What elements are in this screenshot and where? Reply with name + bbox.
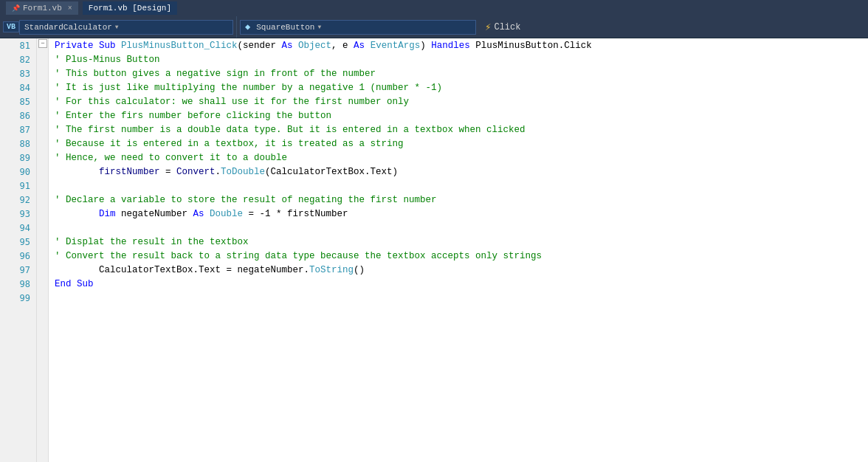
code-line: ' Declare a variable to store the result… xyxy=(49,193,868,207)
line-number: 86 xyxy=(0,108,36,123)
method-dropdown-arrow: ▼ xyxy=(317,24,321,30)
tab-form1-design[interactable]: Form1.vb [Design] xyxy=(83,1,177,15)
pin-icon: 📌 xyxy=(12,4,20,13)
tab-close-icon[interactable]: × xyxy=(68,4,72,13)
line-number: 83 xyxy=(0,66,36,80)
method-dropdown[interactable]: ◆ SquareButton ▼ xyxy=(240,20,476,35)
class-dropdown-arrow: ▼ xyxy=(115,24,119,30)
event-lightning-icon: ⚡ xyxy=(485,21,491,33)
toolbar-vb-section: VB StandardCalculator ▼ xyxy=(0,16,237,38)
line-number: 90 xyxy=(0,165,36,179)
code-line: ' The first number is a double data type… xyxy=(49,123,868,137)
code-line xyxy=(49,179,868,193)
line-number: 84 xyxy=(0,80,36,94)
method-dropdown-value: SquareButton xyxy=(256,23,314,32)
code-line: firstNumber = Convert.ToDouble(Calculato… xyxy=(49,165,868,179)
line-number: 95 xyxy=(0,235,36,249)
line-numbers: 81828384858687888990919293949596979899 xyxy=(0,38,37,462)
line-number: 93 xyxy=(0,207,36,221)
line-number: 92 xyxy=(0,193,36,207)
toolbar-method-section: ◆ SquareButton ▼ xyxy=(237,16,479,38)
collapse-gutter: − xyxy=(37,38,49,462)
code-line: ' Convert the result back to a string da… xyxy=(49,249,868,263)
line-number: 98 xyxy=(0,277,36,291)
line-number: 82 xyxy=(0,52,36,66)
vb-icon-label: VB xyxy=(3,21,19,32)
code-line xyxy=(49,221,868,235)
code-line: End Sub xyxy=(49,277,868,291)
line-number: 85 xyxy=(0,94,36,108)
code-line xyxy=(49,291,868,305)
class-dropdown[interactable]: StandardCalculator ▼ xyxy=(19,20,233,35)
line-number: 94 xyxy=(0,221,36,235)
method-icon: ◆ xyxy=(245,21,250,32)
line-number: 99 xyxy=(0,291,36,305)
code-line: ' This button gives a negative sign in f… xyxy=(49,66,868,80)
tab-label: Form1.vb xyxy=(23,4,62,13)
code-line: ' Hence, we need to convert it to a doub… xyxy=(49,151,868,165)
event-label: Click xyxy=(494,22,520,32)
tab-form1-vb[interactable]: 📌 Form1.vb × xyxy=(6,1,78,15)
code-line: ' Plus-Minus Button xyxy=(49,52,868,66)
code-area: 81828384858687888990919293949596979899 −… xyxy=(0,38,868,462)
line-number: 81 xyxy=(0,38,36,52)
code-line: ' It is just like multiplying the number… xyxy=(49,80,868,94)
toolbar-event-section: ⚡ Click xyxy=(479,21,526,33)
toolbar: VB StandardCalculator ▼ ◆ SquareButton ▼… xyxy=(0,16,868,38)
code-content[interactable]: Private Sub PlusMinusButton_Click(sender… xyxy=(49,38,868,462)
line-number: 88 xyxy=(0,137,36,151)
title-bar: 📌 Form1.vb × Form1.vb [Design] xyxy=(0,0,868,16)
code-line: ' Because it is entered in a textbox, it… xyxy=(49,137,868,151)
code-line: Private Sub PlusMinusButton_Click(sender… xyxy=(49,38,868,52)
code-line: Dim negateNumber As Double = -1 * firstN… xyxy=(49,207,868,221)
code-line: ' Enter the firs number before clicking … xyxy=(49,108,868,123)
collapse-icon[interactable]: − xyxy=(38,39,47,48)
line-number: 96 xyxy=(0,249,36,263)
code-line: CalculatorTextBox.Text = negateNumber.To… xyxy=(49,263,868,277)
line-number: 89 xyxy=(0,151,36,165)
code-line: ' Displat the result in the textbox xyxy=(49,235,868,249)
line-number: 87 xyxy=(0,123,36,137)
class-dropdown-value: StandardCalculator xyxy=(24,23,112,32)
code-line: ' For this calculator: we shall use it f… xyxy=(49,94,868,108)
tab-design-label: Form1.vb [Design] xyxy=(89,4,171,13)
line-number: 97 xyxy=(0,263,36,277)
line-number: 91 xyxy=(0,179,36,193)
